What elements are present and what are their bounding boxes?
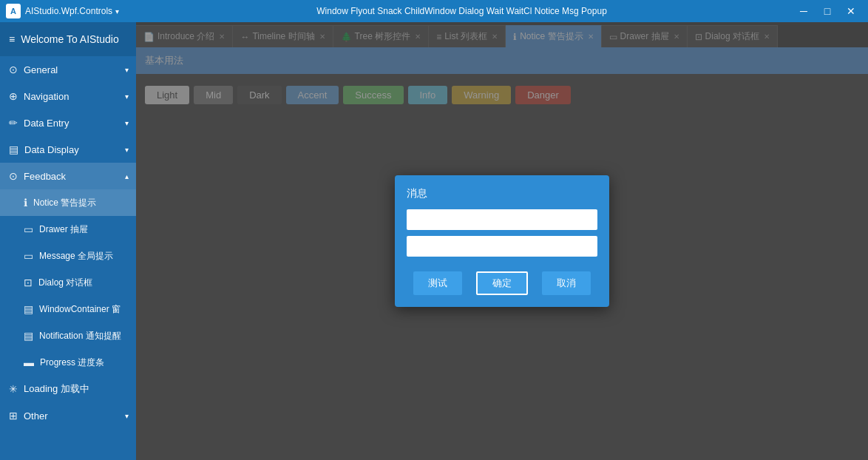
loading-icon: ✳ xyxy=(9,383,18,395)
content-area: 📄 Introduce 介绍 ✕ ↔ Timeline 时间轴 ✕ 🌲 Tree… xyxy=(136,22,868,460)
sidebar-item-feedback[interactable]: ⊙ Feedback ▴ xyxy=(0,163,136,189)
dialog-title: 消息 xyxy=(407,187,597,200)
sidebar-sub-item-notification[interactable]: ▤ Notification 通知提醒 xyxy=(0,322,136,349)
sidebar-header-title: Welcome To AIStudio xyxy=(21,33,119,45)
chevron-up-icon: ▴ xyxy=(125,172,129,180)
sidebar-header: ≡ Welcome To AIStudio xyxy=(0,22,136,56)
data-display-icon: ▤ xyxy=(9,143,18,155)
app-logo: A xyxy=(6,4,21,18)
modal-overlay: 消息 测试 确定 取消 xyxy=(136,22,868,460)
close-button[interactable]: ✕ xyxy=(840,0,862,22)
sidebar-sub-notice-label: Notice 警告提示 xyxy=(33,197,96,209)
sidebar-sub-item-progress[interactable]: ▬ Progress 进度条 xyxy=(0,349,136,376)
dialog-confirm-button[interactable]: 确定 xyxy=(476,271,528,295)
sidebar-item-loading[interactable]: ✳ Loading 加载中 xyxy=(0,376,136,402)
chevron-down-icon: ▾ xyxy=(125,92,129,101)
sidebar-item-data-display-label: Data Display xyxy=(24,144,79,155)
sidebar-item-data-entry[interactable]: ✏ Data Entry ▾ xyxy=(0,109,136,136)
sidebar-item-general[interactable]: ⊙ General ▾ xyxy=(0,56,136,83)
dialog-cancel-button[interactable]: 取消 xyxy=(542,271,591,295)
sidebar-sub-message-label: Message 全局提示 xyxy=(39,250,113,263)
app-name: AIStudio.Wpf.Controls xyxy=(25,6,112,16)
chevron-down-icon: ▾ xyxy=(125,146,129,154)
sidebar-sub-item-notice[interactable]: ℹ Notice 警告提示 xyxy=(0,189,136,216)
sidebar-sub-progress-label: Progress 进度条 xyxy=(40,356,104,369)
dialog-buttons: 测试 确定 取消 xyxy=(407,271,597,295)
progress-icon: ▬ xyxy=(24,356,34,368)
maximize-button[interactable]: □ xyxy=(816,0,838,22)
sidebar-item-other[interactable]: ⊞ Other ▾ xyxy=(0,402,136,429)
chevron-down-icon: ▾ xyxy=(125,119,129,127)
dialog-test-button[interactable]: 测试 xyxy=(413,271,462,295)
notice-icon: ℹ xyxy=(24,197,27,209)
sidebar-sub-item-windowcontainer[interactable]: ▤ WindowContainer 窗 xyxy=(0,296,136,322)
other-icon: ⊞ xyxy=(9,410,18,422)
sidebar-item-other-label: Other xyxy=(24,410,48,422)
drawer-icon: ▭ xyxy=(24,223,33,235)
message-icon: ▭ xyxy=(24,250,33,262)
dialog-box: 消息 测试 确定 取消 xyxy=(395,175,609,307)
general-icon: ⊙ xyxy=(9,64,18,75)
notification-icon: ▤ xyxy=(24,330,33,342)
dialog-input-1[interactable] xyxy=(407,209,597,230)
chevron-down-icon: ▾ xyxy=(125,412,129,420)
sidebar-item-data-display[interactable]: ▤ Data Display ▾ xyxy=(0,136,136,163)
sidebar-sub-windowcontainer-label: WindowContainer 窗 xyxy=(39,303,121,316)
sidebar-sub-item-drawer[interactable]: ▭ Drawer 抽屉 xyxy=(0,216,136,243)
sidebar-sub-dialog-label: Dialog 对话框 xyxy=(38,277,92,289)
chevron-down-icon: ▾ xyxy=(125,66,129,74)
sidebar-item-general-label: General xyxy=(24,64,58,75)
minimize-button[interactable]: ─ xyxy=(793,0,815,22)
sidebar-item-navigation-label: Navigation xyxy=(24,91,69,102)
window-controls: ─ □ ✕ xyxy=(793,0,862,22)
main-layout: ≡ Welcome To AIStudio ⊙ General ▾ ⊕ Navi… xyxy=(0,22,868,460)
sidebar-item-data-entry-label: Data Entry xyxy=(24,118,69,129)
sidebar-item-feedback-label: Feedback xyxy=(24,171,66,182)
sidebar-item-loading-label: Loading 加载中 xyxy=(24,382,89,396)
sidebar-header-icon: ≡ xyxy=(9,33,15,45)
sidebar-sub-drawer-label: Drawer 抽屉 xyxy=(39,223,88,236)
sidebar-sub-item-dialog[interactable]: ⊡ Dialog 对话框 xyxy=(0,269,136,296)
feedback-icon: ⊙ xyxy=(9,170,18,182)
navigation-icon: ⊕ xyxy=(9,90,18,102)
windowcontainer-icon: ▤ xyxy=(24,303,33,315)
dialog-input-2[interactable] xyxy=(407,236,597,257)
title-bar: A AIStudio.Wpf.Controls ▾ Window Flyout … xyxy=(0,0,868,22)
sidebar: ≡ Welcome To AIStudio ⊙ General ▾ ⊕ Navi… xyxy=(0,22,136,460)
dialog-icon: ⊡ xyxy=(24,277,33,288)
sidebar-sub-item-message[interactable]: ▭ Message 全局提示 xyxy=(0,243,136,269)
data-entry-icon: ✏ xyxy=(9,117,18,129)
sidebar-item-navigation[interactable]: ⊕ Navigation ▾ xyxy=(0,83,136,109)
window-title: Window Flyout Snack ChildWindow Dialog W… xyxy=(131,6,793,16)
sidebar-sub-notification-label: Notification 通知提醒 xyxy=(39,330,121,342)
chevron-icon[interactable]: ▾ xyxy=(115,7,119,16)
